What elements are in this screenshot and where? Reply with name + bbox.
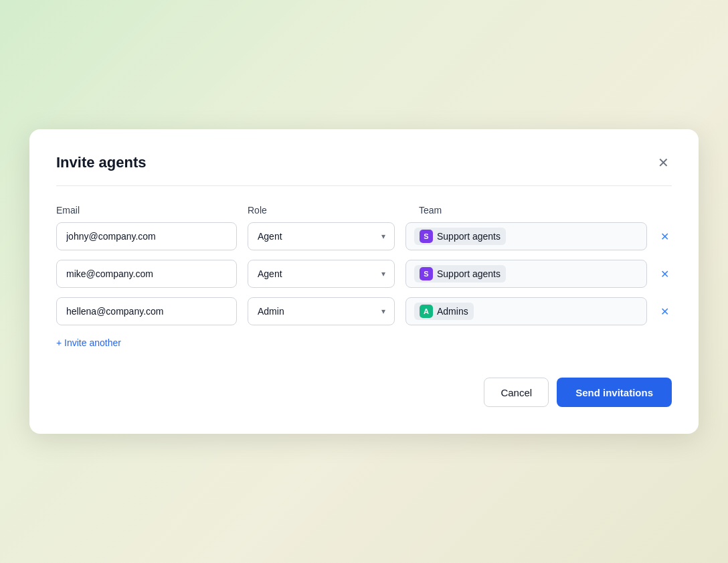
- email-field-2[interactable]: [56, 260, 237, 288]
- modal-header: Invite agents ✕: [56, 153, 672, 186]
- role-select-1[interactable]: Agent Admin Owner: [248, 222, 395, 250]
- column-headers: Email Role Team: [56, 205, 672, 216]
- invite-row: Agent Admin Owner ▾ A Admins ✕: [56, 297, 672, 325]
- team-field-1[interactable]: S Support agents: [405, 222, 647, 250]
- team-name-3: Admins: [437, 306, 468, 317]
- remove-icon: ✕: [660, 230, 669, 243]
- email-field-3[interactable]: [56, 297, 237, 325]
- role-column-label: Role: [248, 205, 408, 216]
- email-field-1[interactable]: [56, 222, 237, 250]
- close-icon: ✕: [658, 156, 669, 169]
- role-select-3[interactable]: Agent Admin Owner: [248, 297, 395, 325]
- modal-footer: Cancel Send invitations: [56, 378, 672, 407]
- role-select-wrapper-1: Agent Admin Owner ▾: [248, 222, 395, 250]
- team-name-1: Support agents: [437, 231, 500, 242]
- team-field-2[interactable]: S Support agents: [405, 260, 647, 288]
- role-select-wrapper-3: Agent Admin Owner ▾: [248, 297, 395, 325]
- invite-another-button[interactable]: + Invite another: [56, 335, 121, 351]
- team-field-3[interactable]: A Admins: [405, 297, 647, 325]
- close-button[interactable]: ✕: [655, 153, 672, 172]
- modal-title: Invite agents: [56, 154, 146, 171]
- team-icon-2: S: [420, 267, 433, 280]
- send-invitations-button[interactable]: Send invitations: [557, 378, 672, 407]
- remove-icon: ✕: [660, 305, 669, 318]
- team-column-label: Team: [419, 205, 645, 216]
- role-select-wrapper-2: Agent Admin Owner ▾: [248, 260, 395, 288]
- invite-row: Agent Admin Owner ▾ S Support agents ✕: [56, 260, 672, 288]
- team-badge-1: S Support agents: [414, 228, 506, 245]
- remove-row-3-button[interactable]: ✕: [658, 303, 672, 321]
- invite-rows-container: Agent Admin Owner ▾ S Support agents ✕: [56, 222, 672, 325]
- role-select-2[interactable]: Agent Admin Owner: [248, 260, 395, 288]
- team-badge-2: S Support agents: [414, 265, 506, 283]
- invite-row: Agent Admin Owner ▾ S Support agents ✕: [56, 222, 672, 250]
- team-name-2: Support agents: [437, 268, 500, 279]
- team-icon-1: S: [420, 230, 433, 243]
- invite-another-label: + Invite another: [56, 337, 121, 348]
- remove-icon: ✕: [660, 268, 669, 280]
- email-column-label: Email: [56, 205, 237, 216]
- team-badge-3: A Admins: [414, 303, 474, 320]
- remove-row-2-button[interactable]: ✕: [658, 265, 672, 283]
- invite-agents-modal: Invite agents ✕ Email Role Team Agent Ad…: [29, 129, 699, 434]
- cancel-button[interactable]: Cancel: [484, 378, 549, 407]
- remove-row-1-button[interactable]: ✕: [658, 228, 672, 246]
- team-icon-3: A: [420, 305, 433, 318]
